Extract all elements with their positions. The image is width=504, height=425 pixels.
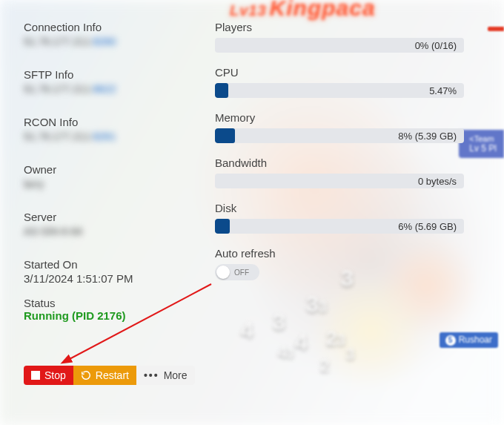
label-status: Status — [24, 297, 191, 309]
bar-bandwidth: 0 bytes/s — [215, 174, 464, 188]
label-sftp-info: SFTP Info — [24, 68, 191, 81]
label-bandwidth: Bandwidth — [215, 157, 464, 169]
bar-memory-fill — [215, 128, 235, 143]
label-owner: Owner — [24, 163, 191, 176]
label-started-on: Started On — [24, 258, 191, 271]
more-label: More — [164, 369, 188, 381]
restart-label: Restart — [96, 369, 129, 381]
value-connection-info: 51.79.177.211:8260 — [24, 33, 191, 50]
bar-cpu-fill — [215, 83, 228, 98]
label-auto-refresh: Auto refresh — [215, 247, 464, 260]
toggle-state: OFF — [234, 264, 249, 280]
label-disk: Disk — [215, 202, 464, 214]
bar-cpu: 5.47% — [215, 83, 464, 98]
bar-disk-text: 6% (5.69 GB) — [398, 219, 457, 234]
more-icon: ••• — [144, 369, 159, 381]
label-server: Server — [24, 211, 191, 223]
bar-disk: 6% (5.69 GB) — [215, 219, 464, 234]
restart-button[interactable]: Restart — [73, 366, 136, 385]
toggle-knob — [216, 266, 230, 279]
value-server: AS-SIN-6-84 — [24, 223, 191, 240]
bar-players-text: 0% (0/16) — [415, 38, 457, 53]
bar-bandwidth-text: 0 bytes/s — [418, 174, 457, 188]
bar-cpu-text: 5.47% — [429, 83, 457, 98]
server-panel: Connection Info 51.79.177.211:8260 SFTP … — [0, 0, 504, 425]
value-owner: larry — [24, 176, 191, 192]
label-memory: Memory — [215, 111, 464, 124]
value-status: Running (PID 2176) — [24, 309, 191, 322]
bar-memory-text: 8% (5.39 GB) — [398, 128, 457, 143]
bar-memory: 8% (5.39 GB) — [215, 128, 464, 143]
stop-button[interactable]: Stop — [24, 366, 73, 385]
action-bar: Stop Restart ••• More — [24, 366, 195, 385]
restart-icon — [81, 370, 91, 380]
label-cpu: CPU — [215, 66, 464, 79]
toggle-auto-refresh[interactable]: OFF — [215, 264, 259, 280]
value-rcon-info: 51.79.177.211:8261 — [24, 128, 191, 145]
more-button[interactable]: ••• More — [136, 366, 195, 385]
label-connection-info: Connection Info — [24, 21, 191, 33]
bar-players: 0% (0/16) — [215, 38, 464, 53]
bar-disk-fill — [215, 219, 230, 234]
value-sftp-info: 51.79.177.211:8622 — [24, 81, 191, 97]
label-rcon-info: RCON Info — [24, 116, 191, 128]
stop-icon — [31, 371, 40, 380]
value-started-on: 3/11/2024 1:51:07 PM — [24, 272, 191, 285]
stop-label: Stop — [44, 369, 66, 381]
label-players: Players — [215, 21, 464, 33]
